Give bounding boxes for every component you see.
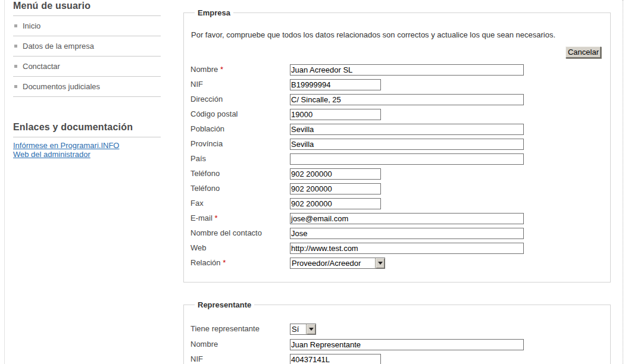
rep-nombre-input[interactable] [290, 339, 524, 350]
form-row-poblacion: Población [190, 124, 602, 135]
divider [13, 137, 161, 137]
representante-form: Tiene representante Sí Nombre NIF [190, 324, 602, 364]
field-label: Población [190, 124, 290, 134]
select-value: Proveedor/Acreedor [290, 258, 375, 268]
codigo-postal-input[interactable] [290, 109, 381, 120]
form-row-telefono-2: Teléfono [190, 183, 602, 194]
field-label: E-mail * [190, 213, 290, 224]
relacion-select[interactable]: Proveedor/Acreedor [290, 258, 385, 269]
scrollbar-edge[interactable] [623, 0, 623, 364]
form-row-email: E-mail * [190, 213, 602, 224]
link-web-administrador[interactable]: Web del administrador [13, 150, 161, 159]
intro-text: Por favor, compruebe que todos los datos… [191, 30, 602, 39]
sidebar-item-label: Conctactar [23, 62, 60, 71]
empresa-fieldset: Empresa Por favor, compruebe que todos l… [183, 8, 611, 283]
field-label: Dirección [190, 94, 290, 105]
field-label: Nombre [190, 339, 290, 350]
link-programari-info[interactable]: Infórmese en Programari.INFO [13, 141, 161, 150]
sidebar-item-inicio[interactable]: Inicio [13, 16, 161, 36]
form-row-rep-nombre: Nombre [190, 339, 602, 350]
sidebar-item-label: Inicio [23, 21, 40, 30]
square-bullet-icon [14, 24, 17, 27]
sidebar-item-contactar[interactable]: Conctactar [13, 57, 161, 77]
form-row-provincia: Província [190, 139, 602, 150]
email-input[interactable] [290, 213, 524, 224]
field-label: Código postal [190, 109, 290, 120]
cancel-button[interactable]: Cancelar [565, 46, 601, 58]
form-row-direccion: Dirección [190, 94, 602, 105]
tiene-representante-select[interactable]: Sí [290, 324, 316, 335]
field-label: Teléfono [190, 168, 290, 179]
provincia-input[interactable] [290, 139, 524, 150]
fax-input[interactable] [290, 198, 381, 209]
web-input[interactable] [290, 243, 524, 254]
field-label: Fax [190, 198, 290, 209]
form-row-nif: NIF [190, 79, 602, 90]
poblacion-input[interactable] [290, 124, 524, 135]
page: Menú de usuario Inicio Datos de la empre… [0, 0, 625, 364]
sidebar-item-label: Datos de la empresa [23, 42, 94, 51]
field-label: Web [190, 243, 290, 253]
links-section: Enlaces y documentación Infórmese en Pro… [13, 121, 161, 159]
nif-input[interactable] [290, 79, 381, 90]
field-label: Nombre * [190, 64, 290, 75]
form-row-tiene-representante: Tiene representante Sí [190, 324, 602, 335]
square-bullet-icon [14, 65, 17, 68]
chevron-down-icon [375, 258, 385, 268]
telefono-input-2[interactable] [290, 183, 381, 194]
required-asterisk: * [223, 258, 226, 267]
left-border-rule [4, 0, 5, 364]
rep-nif-input[interactable] [290, 354, 381, 364]
field-label: Teléfono [190, 183, 290, 194]
nombre-input[interactable] [290, 64, 524, 76]
required-asterisk: * [214, 214, 217, 222]
form-row-web: Web [190, 243, 602, 254]
sidebar: Menú de usuario Inicio Datos de la empre… [13, 0, 161, 159]
square-bullet-icon [14, 85, 17, 88]
field-label: Nombre del contacto [190, 228, 290, 239]
pais-input[interactable] [290, 153, 524, 165]
sidebar-item-label: Documentos judiciales [23, 82, 100, 91]
field-label: NIF [190, 354, 290, 364]
field-label: NIF [190, 79, 290, 90]
links-title: Enlaces y documentación [13, 121, 161, 133]
required-asterisk: * [220, 65, 223, 74]
nombre-contacto-input[interactable] [290, 228, 524, 239]
field-label: Província [190, 139, 290, 149]
form-row-codigo-postal: Código postal [190, 109, 602, 120]
telefono-input-1[interactable] [290, 168, 381, 180]
form-row-nombre: Nombre * [190, 64, 602, 76]
form-row-nombre-contacto: Nombre del contacto [190, 228, 602, 239]
empresa-form: Nombre * NIF Dirección Código postal Pob… [190, 64, 602, 269]
field-label: Relación * [190, 258, 290, 268]
form-row-rep-nif: NIF [190, 354, 602, 364]
user-menu-title: Menú de usuario [13, 0, 161, 11]
field-label: Tiene representante [190, 324, 290, 334]
empresa-legend: Empresa [195, 8, 233, 17]
representante-legend: Representante [195, 300, 254, 309]
field-label: País [190, 153, 290, 164]
chevron-down-icon [306, 324, 315, 334]
form-row-pais: País [190, 153, 602, 165]
sidebar-item-documentos-judiciales[interactable]: Documentos judiciales [13, 77, 161, 97]
direccion-input[interactable] [290, 94, 524, 105]
form-row-fax: Fax [190, 198, 602, 209]
form-row-relacion: Relación * Proveedor/Acreedor [190, 258, 602, 269]
form-row-telefono-1: Teléfono [190, 168, 602, 180]
square-bullet-icon [14, 45, 17, 48]
select-value: Sí [290, 324, 306, 334]
representante-fieldset: Representante Tiene representante Sí Nom… [183, 300, 611, 364]
sidebar-item-datos-empresa[interactable]: Datos de la empresa [13, 36, 161, 57]
